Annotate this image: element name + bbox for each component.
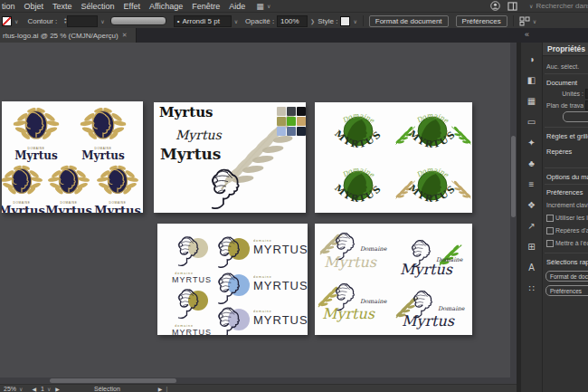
stacked-logo[interactable]: domaine MYRTUS (166, 231, 217, 284)
layers-panel-icon[interactable]: ❖ (527, 199, 536, 211)
chevron-down-icon[interactable]: ∨ (47, 386, 51, 392)
search-field[interactable]: ∨ Rechercher dans (525, 2, 588, 10)
artboard-2[interactable]: Myrtus Myrtus Myrtus (154, 102, 306, 213)
horizontal-logo[interactable]: domaine MYRTUS (217, 303, 304, 335)
edit-artboards-button[interactable] (563, 111, 588, 122)
cameo-logo[interactable]: DOMAINE Myrtus (89, 163, 143, 213)
color-panel-icon[interactable]: ◑ (528, 53, 534, 65)
palette-swatch[interactable] (287, 127, 296, 136)
menu-item-effet[interactable]: Effet (124, 2, 140, 11)
color-palette[interactable] (277, 107, 306, 136)
status-expand-icon[interactable]: ▶ (158, 386, 163, 392)
opacity-field[interactable]: 100% (277, 15, 308, 27)
vertical-scrollbar[interactable] (510, 43, 517, 378)
chevron-down-icon[interactable]: ∨ (19, 386, 23, 392)
gradient-panel-icon[interactable]: ◧ (527, 74, 536, 86)
artboard-panel-icon[interactable]: ▭ (527, 116, 536, 128)
cameo-icon (80, 105, 127, 143)
preferences-section-label: Préférences (546, 188, 588, 196)
menu-item-edition[interactable]: tion (2, 2, 15, 11)
symbol-sprayer-panel-icon[interactable]: ✦ (527, 137, 535, 148)
preferences-button[interactable]: Préférences (456, 15, 507, 27)
stroke-weight-field[interactable] (67, 15, 98, 27)
align-options-icon[interactable] (519, 16, 530, 26)
chevron-down-icon[interactable]: ∨ (100, 18, 104, 24)
green-circle-logo[interactable] (322, 104, 394, 158)
chevron-down-icon[interactable]: ∨ (353, 18, 356, 24)
italic-logo[interactable]: Domaine Myrtus (398, 287, 472, 334)
scale-strokes-checkbox[interactable] (546, 240, 554, 247)
palette-swatch[interactable] (297, 107, 306, 116)
chevron-down-icon[interactable]: ∨ (533, 18, 536, 24)
artboard-1[interactable]: DOMAINE Myrtus DOMAINE Myrtus DOMAINE My… (2, 101, 143, 213)
account-icon[interactable] (490, 1, 500, 11)
next-artboard-icon[interactable]: ▶ (55, 386, 60, 392)
palette-swatch[interactable] (277, 117, 286, 126)
artboard-4[interactable]: domaine MYRTUS domaine MYRTUS domaine MY… (157, 224, 308, 335)
artboard-5[interactable]: Domaine Myrtus Domaine Myrtus Domaine My… (315, 224, 472, 335)
close-icon[interactable]: ✕ (122, 32, 128, 39)
artboard-number[interactable]: 1 (41, 386, 44, 392)
head-sketch-illustration[interactable] (210, 164, 248, 213)
menu-item-fenetre[interactable]: Fenêtre (192, 2, 220, 11)
fill-color-swatch[interactable] (2, 16, 12, 26)
character-panel-icon[interactable]: A (528, 262, 535, 273)
palette-swatch[interactable] (287, 117, 296, 126)
align-panel-icon[interactable]: ∷ (528, 282, 534, 294)
panel-icon-strip: ◑ ◧ ▦ ▭ ✦ ♣ ≡ ❖ ↗ ⊞ A ∷ (520, 43, 542, 392)
arrange-documents-icon[interactable] (507, 2, 517, 11)
cameo-logo[interactable]: DOMAINE Myrtus (7, 105, 65, 161)
green-circle-logo-gold-leaves[interactable] (396, 158, 469, 213)
chevron-down-icon[interactable]: ∨ (234, 18, 238, 24)
collapse-panels-icon[interactable]: « (525, 30, 529, 39)
green-circle-logo[interactable] (322, 158, 394, 213)
menu-item-texte[interactable]: Texte (52, 2, 72, 11)
palette-swatch[interactable] (277, 107, 286, 116)
artboards-panel-icon[interactable]: ⊞ (527, 241, 535, 253)
zoom-level[interactable]: 25% (4, 386, 16, 392)
tab-properties[interactable]: Propriétés (543, 43, 588, 56)
italic-logo[interactable]: Domaine Myrtus (398, 236, 472, 283)
asset-export-panel-icon[interactable]: ↗ (527, 220, 535, 232)
chevron-right-icon[interactable]: ❯ (310, 18, 315, 24)
document-setup-button[interactable]: Format de document (369, 15, 449, 27)
swatches-panel-icon[interactable]: ▦ (527, 95, 536, 107)
vertical-scrollbar-thumb[interactable] (511, 136, 516, 217)
preview-bounds-checkbox[interactable] (546, 215, 554, 222)
guides-section-label: Repères (546, 148, 588, 156)
brush-definition-dropdown[interactable]: • Arrondi 5 pt (174, 15, 232, 27)
prev-artboard-icon[interactable]: ◀ (32, 386, 36, 392)
artboard-3[interactable] (315, 102, 472, 213)
divider (545, 253, 588, 253)
brushes-panel-icon[interactable]: ♣ (528, 158, 535, 169)
document-tab[interactable]: rtus-logo.ai @ 25 % (CMJN/Aperçu) ✕ (0, 28, 137, 43)
palette-swatch[interactable] (287, 107, 296, 116)
workspace-switcher-icon[interactable]: ▦ (256, 2, 264, 11)
menu-item-objet[interactable]: Objet (24, 2, 44, 11)
corner-guides-checkbox[interactable] (546, 227, 554, 234)
menu-item-selection[interactable]: Sélection (81, 2, 115, 11)
cameo-logo[interactable]: DOMAINE Myrtus (74, 105, 132, 161)
variable-width-profile[interactable] (110, 16, 166, 25)
palette-swatch[interactable] (277, 127, 286, 136)
horizontal-scrollbar[interactable] (0, 378, 517, 384)
wordmark-slab[interactable]: Myrtus (159, 104, 213, 120)
horizontal-logo[interactable]: domaine MYRTUS (217, 269, 304, 305)
italic-logo[interactable]: Domaine Myrtus (320, 229, 396, 276)
quick-action-preferences[interactable]: Préférences (545, 285, 588, 296)
palette-swatch[interactable] (297, 117, 306, 126)
scale-strokes-label: Mettre à l'échelle les contours (555, 240, 588, 246)
palette-swatch[interactable] (297, 127, 306, 136)
chevron-down-icon[interactable]: ∨ (14, 18, 18, 24)
quick-action-document-setup[interactable]: Format de document (545, 271, 588, 282)
horizontal-logo[interactable]: domaine MYRTUS (217, 233, 304, 269)
stroke-panel-icon[interactable]: ≡ (529, 178, 535, 190)
style-swatch[interactable] (340, 16, 350, 26)
horizontal-scrollbar-thumb[interactable] (50, 378, 176, 383)
canvas[interactable]: DOMAINE Myrtus DOMAINE Myrtus DOMAINE My… (0, 43, 517, 392)
menu-item-aide[interactable]: Aide (229, 2, 245, 11)
menu-item-affichage[interactable]: Affichage (149, 2, 183, 11)
green-circle-logo-leaves[interactable] (396, 104, 469, 158)
italic-logo[interactable]: Domaine Myrtus (318, 280, 394, 327)
stacked-logo[interactable]: domaine MYRTUS (166, 283, 217, 335)
